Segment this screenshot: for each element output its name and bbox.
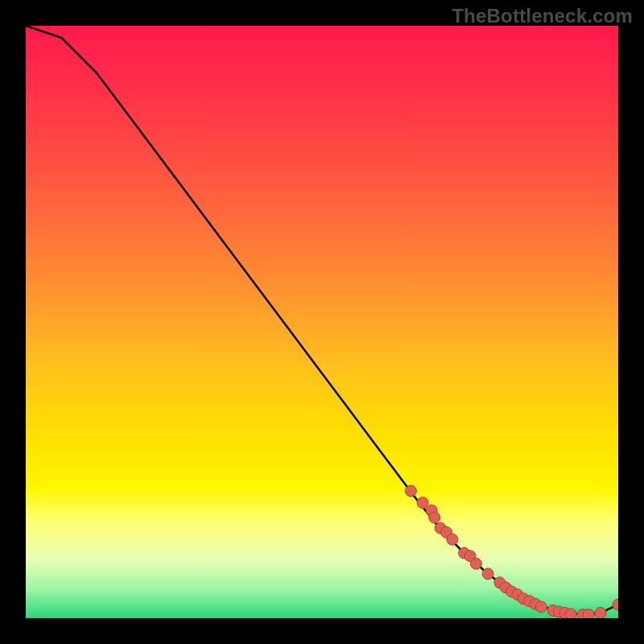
plot-area bbox=[26, 26, 618, 618]
data-marker bbox=[565, 609, 576, 618]
data-marker bbox=[613, 599, 618, 610]
data-marker bbox=[417, 497, 428, 509]
data-marker bbox=[429, 512, 440, 523]
marker-group bbox=[405, 485, 618, 618]
data-marker bbox=[482, 568, 493, 580]
watermark-text: TheBottleneck.com bbox=[452, 5, 633, 27]
data-marker bbox=[595, 607, 606, 618]
data-marker bbox=[583, 609, 594, 618]
chart-svg bbox=[26, 26, 618, 618]
data-marker bbox=[470, 558, 481, 569]
data-marker bbox=[535, 601, 547, 613]
data-marker bbox=[405, 485, 416, 497]
curve-path bbox=[26, 26, 618, 615]
chart-frame: TheBottleneck.com bbox=[0, 0, 644, 644]
bottleneck-curve bbox=[26, 26, 618, 615]
data-marker bbox=[447, 534, 458, 545]
